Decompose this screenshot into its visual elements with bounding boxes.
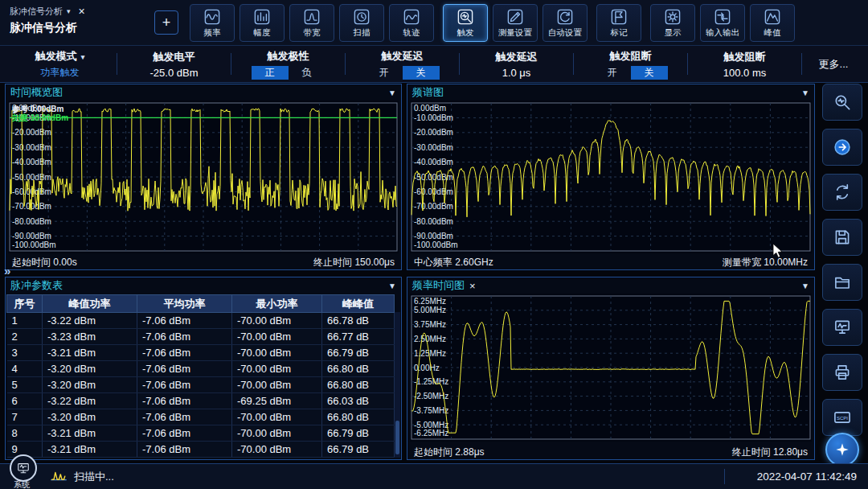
table-cell: 66.77 dB (322, 329, 395, 345)
time-start-label: 起始时间 0.00s (12, 256, 77, 269)
collapse-button[interactable]: ▼ (801, 281, 809, 290)
toggle-option-1[interactable]: 关 (631, 66, 668, 80)
svg-text:-1.25MHz: -1.25MHz (414, 377, 448, 386)
setting-value[interactable]: -25.0 dBm (150, 67, 199, 79)
svg-text:-40.00dBm: -40.00dBm (414, 158, 453, 166)
table-row[interactable]: 8-3.21 dBm-7.06 dBm-70.00 dBm66.79 dB (7, 425, 395, 442)
system-icon (15, 460, 31, 476)
refresh-button[interactable] (822, 174, 862, 211)
setting-trigger-delay-value: 触发延迟1.0 μs (461, 46, 571, 82)
toolbar-button-display[interactable]: 显示 (650, 4, 695, 42)
close-panel-button[interactable]: × (469, 280, 476, 292)
top-toolbar: 脉冲信号分析 ▾ × 脉冲信号分析 + 频率幅度带宽扫描轨迹触发测量设置自动设置… (0, 0, 868, 46)
svg-text:-30.00dBm: -30.00dBm (414, 143, 453, 152)
add-tab-button[interactable]: + (154, 10, 178, 35)
svg-text:2.50MHz: 2.50MHz (414, 335, 446, 343)
toolbar-button-trigger[interactable]: 触发 (443, 4, 488, 42)
table-header-cell: 序号 (7, 295, 43, 313)
table-cell: -7.06 dBm (137, 393, 232, 409)
toggle-option-0[interactable]: 正 (252, 66, 289, 80)
close-tab-button[interactable]: × (79, 5, 85, 18)
toolbar-button-marker[interactable]: 标记 (596, 4, 641, 42)
signal-icon (50, 468, 68, 489)
magnifier-wave-icon (832, 92, 853, 113)
table-row[interactable]: 2-3.23 dBm-7.06 dBm-70.00 dBm66.77 dB (7, 329, 395, 345)
collapse-button[interactable]: ▼ (388, 281, 396, 290)
svg-text:刻度 10.00dBm: 刻度 10.00dBm (11, 113, 68, 122)
toggle-option-0[interactable]: 开 (594, 66, 631, 80)
time-overview-chart: 0.00dBm-10.00dBm-20.00dBm-30.00dBm-40.00… (8, 101, 399, 253)
table-row[interactable]: 1-3.22 dBm-7.06 dBm-70.00 dBm66.78 dB (7, 313, 395, 329)
right-sidebar: SCPI (821, 84, 865, 470)
fm-stop-label: 终止时间 12.80μs (732, 446, 808, 459)
svg-text:3.75MHz: 3.75MHz (414, 320, 446, 329)
scrollbar-thumb[interactable] (395, 421, 399, 454)
table-row[interactable]: 7-3.20 dBm-7.06 dBm-70.00 dBm66.80 dB (7, 409, 395, 425)
toolbar-button-amplitude[interactable]: 幅度 (240, 4, 285, 42)
svg-text:SCPI: SCPI (837, 416, 848, 421)
toolbar-button-sweep[interactable]: 扫描 (339, 4, 384, 42)
next-view-button[interactable] (822, 129, 862, 166)
chevron-down-icon[interactable]: ▾ (67, 7, 71, 15)
svg-text:-50.00dBm: -50.00dBm (12, 173, 51, 182)
more-settings-button[interactable]: 更多... (804, 46, 863, 82)
expand-menu-button[interactable]: » (4, 264, 10, 277)
table-row[interactable]: 4-3.20 dBm-7.06 dBm-70.00 dBm66.80 dB (7, 361, 395, 377)
toolbar-button-meas-setup[interactable]: 测量设置 (493, 4, 538, 42)
divider (687, 53, 688, 75)
zoom-tool-button[interactable] (822, 84, 862, 121)
toggle-option-0[interactable]: 开 (366, 66, 403, 80)
toggle-option-1[interactable]: 负 (289, 66, 326, 80)
divider (801, 53, 802, 75)
toolbar-button-io[interactable]: 输入输出 (700, 4, 745, 42)
system-label: 系统 (14, 479, 30, 489)
table-row[interactable]: 3-3.21 dBm-7.06 dBm-70.00 dBm66.79 dB (7, 345, 395, 361)
table-scrollbar[interactable] (395, 312, 400, 458)
collapse-button[interactable]: ▼ (388, 88, 396, 97)
table-row[interactable]: 5-3.20 dBm-7.06 dBm-70.00 dBm66.80 dB (7, 377, 395, 393)
setting-value[interactable]: 功率触发 (41, 66, 80, 80)
toolbar-button-label: 标记 (611, 27, 628, 38)
table-row[interactable]: 9-3.21 dBm-7.06 dBm-70.00 dBm66.79 dB (7, 442, 395, 458)
center-frequency-label: 中心频率 2.60GHz (414, 256, 493, 269)
system-button[interactable] (10, 454, 37, 482)
table-cell: -70.00 dBm (232, 345, 322, 361)
svg-text:-10.00dBm: -10.00dBm (414, 113, 453, 122)
table-cell: -70.00 dBm (232, 377, 322, 393)
app-tab-title[interactable]: 脉冲信号分析 (10, 6, 63, 18)
toggle-option-1[interactable]: 关 (403, 66, 440, 80)
cross-star-icon (833, 441, 851, 458)
screen-capture-button[interactable] (822, 309, 862, 346)
scan-wave-icon (50, 468, 68, 486)
chevron-down-icon[interactable]: ▾ (81, 53, 85, 61)
toolbar-button-peak[interactable]: 峰值 (750, 4, 795, 42)
toolbar-button-bandwidth[interactable]: 带宽 (289, 4, 334, 42)
peak-icon (764, 8, 781, 26)
scpi-button[interactable]: SCPI (822, 399, 862, 436)
bandwidth-icon (303, 8, 321, 26)
table-cell: 1 (7, 313, 43, 329)
open-file-button[interactable] (822, 264, 862, 301)
quick-menu-button[interactable] (825, 433, 859, 466)
svg-text:-80.00dBm: -80.00dBm (414, 217, 453, 226)
time-stop-label: 终止时间 150.00μs (313, 256, 395, 269)
toolbar-button-auto-setup[interactable]: 自动设置 (542, 4, 588, 42)
meas-setup-icon (506, 8, 524, 26)
svg-text:-6.25MHz: -6.25MHz (414, 429, 448, 438)
monitor-capture-icon (832, 317, 853, 338)
save-button[interactable] (822, 219, 862, 256)
setting-value[interactable]: 100.0 ms (723, 67, 766, 79)
toolbar-button-freq[interactable]: 频率 (190, 4, 235, 42)
print-button[interactable] (822, 354, 862, 391)
setting-value[interactable]: 1.0 μs (502, 67, 531, 79)
table-header-cell: 峰峰值 (322, 295, 395, 313)
svg-text:-90.00dBm: -90.00dBm (414, 232, 453, 240)
table-row[interactable]: 6-3.22 dBm-7.06 dBm-69.25 dBm66.03 dB (7, 393, 395, 409)
freq-time-chart: 6.25MHz5.00MHz3.75MHz2.50MHz1.25MHz0.00H… (410, 294, 812, 442)
collapse-button[interactable]: ▼ (801, 88, 809, 97)
svg-text:0.00Hz: 0.00Hz (414, 364, 440, 372)
svg-text:-100.00dBm: -100.00dBm (12, 240, 55, 249)
setting-label: 触发模式▾ (35, 49, 85, 64)
table-cell: -3.20 dBm (43, 361, 137, 377)
toolbar-button-trace[interactable]: 轨迹 (389, 4, 434, 42)
